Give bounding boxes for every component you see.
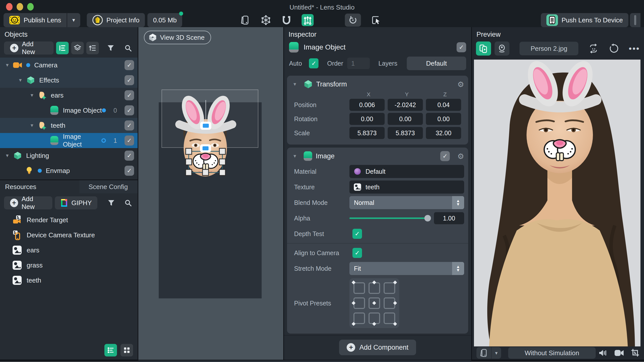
disclosure-triangle-icon[interactable]: ▼ [4, 63, 11, 68]
enabled-checkbox[interactable]: ✓ [125, 60, 134, 70]
depth-test-checkbox[interactable]: ✓ [352, 229, 362, 239]
swap-face-icon[interactable] [588, 43, 598, 54]
resources-list-view-icon[interactable] [104, 344, 117, 356]
publish-options-chevron[interactable]: ▾ [67, 13, 80, 27]
preview-source-button[interactable]: Person 2.jpg [519, 42, 578, 55]
align-to-camera-checkbox[interactable]: ✓ [352, 248, 362, 258]
pivot-middle-left[interactable] [353, 297, 365, 309]
search-icon[interactable] [123, 197, 134, 209]
magnet-snapping-icon[interactable] [281, 15, 292, 26]
pivot-middle-right[interactable] [384, 297, 395, 309]
resource-grass[interactable]: grass [0, 258, 138, 273]
auto-checkbox[interactable]: ✓ [309, 58, 318, 68]
objects-add-new-button[interactable]: + Add New [4, 41, 54, 55]
rotation-z-input[interactable]: 0.00 [426, 113, 461, 125]
material-field[interactable]: Default [349, 165, 464, 178]
preview-render[interactable] [474, 60, 640, 346]
enabled-checkbox[interactable]: ✓ [125, 90, 134, 100]
position-x-input[interactable]: 0.006 [349, 99, 385, 111]
view-3d-scene-button[interactable]: View 3D Scene [144, 31, 211, 44]
layers-default-button[interactable]: Default [407, 57, 466, 70]
disclosure-triangle-icon[interactable]: ▼ [4, 153, 11, 158]
resource-teeth[interactable]: teeth [0, 273, 138, 288]
stretch-mode-dropdown[interactable]: Fit ▲▼ [349, 262, 464, 275]
resource-device-camera-texture[interactable]: Device Camera Texture [0, 228, 138, 243]
tree-row-camera[interactable]: ▼ Camera ✓ [0, 58, 138, 73]
mesh-visualization-icon[interactable] [260, 15, 271, 26]
disclosure-triangle-icon[interactable]: ▼ [17, 78, 24, 83]
tab-scene-config[interactable]: Scene Config [79, 180, 138, 193]
pivot-top-center[interactable] [369, 282, 380, 294]
alpha-value-input[interactable]: 1.00 [434, 212, 464, 224]
enabled-checkbox[interactable]: ✓ [125, 75, 134, 85]
disclosure-triangle-icon[interactable]: ▼ [28, 123, 36, 128]
simulation-mode-dropdown[interactable]: Without Simulation [508, 347, 596, 359]
rotation-y-input[interactable]: 0.00 [388, 113, 423, 125]
enabled-checkbox[interactable]: ✓ [125, 105, 134, 115]
preview-device-selector[interactable]: ▾ [476, 347, 501, 359]
scale-y-input[interactable]: 5.8373 [388, 127, 423, 139]
tree-row-teeth[interactable]: ▼ teeth ✓ [0, 118, 138, 133]
reset-preview-icon[interactable] [609, 43, 619, 54]
resource-ears[interactable]: ears [0, 243, 138, 258]
enabled-checkbox[interactable]: ✓ [125, 135, 134, 146]
search-icon[interactable] [122, 42, 134, 54]
scale-z-input[interactable]: 32.00 [426, 127, 461, 139]
pivot-center[interactable] [369, 297, 380, 309]
blend-mode-dropdown[interactable]: Normal ▲▼ [349, 196, 464, 209]
pivot-top-right[interactable] [384, 282, 395, 294]
snapshot-crop-icon[interactable] [631, 348, 639, 357]
tab-resources[interactable]: Resources [0, 180, 79, 193]
disclosure-triangle-icon[interactable]: ▼ [28, 93, 36, 98]
pivot-bottom-right[interactable] [384, 312, 395, 324]
resource-render-target[interactable]: Render Target [0, 212, 138, 228]
enabled-checkbox[interactable]: ✓ [125, 120, 134, 130]
object-enabled-checkbox[interactable]: ✓ [457, 42, 466, 52]
publish-lens-button[interactable]: Publish Lens [4, 13, 67, 27]
reset-lens-icon[interactable] [345, 14, 361, 27]
device-selector-chevron[interactable]: ▾ [491, 347, 501, 359]
record-video-icon[interactable] [614, 349, 624, 356]
pivot-bottom-left[interactable] [353, 312, 365, 324]
tree-row-ears[interactable]: ▼ ears ✓ [0, 88, 138, 103]
list-view-icon[interactable] [56, 42, 69, 54]
giphy-button[interactable]: GIPHY [55, 196, 97, 209]
scale-x-input[interactable]: 5.8373 [349, 127, 385, 139]
disclosure-triangle-icon[interactable]: ▼ [291, 154, 299, 159]
device-list-partial-button[interactable] [630, 13, 640, 27]
disclosure-triangle-icon[interactable]: ▼ [291, 82, 299, 87]
add-component-button[interactable]: + Add Component [339, 340, 416, 355]
resources-add-new-button[interactable]: + Add New [4, 196, 52, 209]
cursor-select-icon[interactable] [371, 15, 382, 26]
pivot-bottom-center[interactable] [369, 312, 380, 324]
tree-row-envmap[interactable]: Envmap ✓ [0, 163, 138, 178]
filter-icon[interactable] [106, 197, 117, 209]
hierarchy-sort-icon[interactable] [86, 42, 99, 54]
gear-icon[interactable]: ⚙ [457, 152, 464, 161]
project-size-button[interactable]: 0.05 Mb [147, 13, 182, 27]
texture-field[interactable]: teeth [349, 180, 464, 194]
order-input[interactable]: 1 [347, 58, 370, 69]
tree-row-image-object-ears[interactable]: Image Object 0 ✓ [0, 103, 138, 118]
enabled-checkbox[interactable]: ✓ [125, 166, 134, 176]
enabled-checkbox[interactable]: ✓ [125, 151, 134, 161]
device-simulation-icon[interactable] [240, 15, 251, 26]
position-y-input[interactable]: -2.0242 [388, 99, 423, 111]
dropdown-stepper-icon[interactable]: ▲▼ [452, 196, 464, 209]
project-info-button[interactable]: Project Info [87, 13, 145, 27]
push-lens-to-device-button[interactable]: Push Lens To Device [541, 13, 628, 27]
gear-icon[interactable]: ⚙ [457, 80, 464, 89]
media-preview-mode-icon[interactable] [476, 41, 491, 56]
resources-grid-view-icon[interactable] [120, 344, 133, 356]
alpha-slider[interactable] [349, 217, 429, 219]
dropdown-stepper-icon[interactable]: ▲▼ [452, 262, 464, 275]
pivot-top-left[interactable] [353, 282, 365, 294]
webcam-preview-mode-icon[interactable] [495, 41, 510, 56]
layers-view-icon[interactable] [71, 42, 84, 54]
alpha-slider-knob[interactable] [424, 215, 431, 221]
audio-mute-icon[interactable] [598, 349, 607, 357]
tree-row-lighting[interactable]: ▼ Lighting ✓ [0, 148, 138, 163]
scene-viewport[interactable]: View 3D Scene [138, 27, 283, 360]
tree-row-effects[interactable]: ▼ Effects ✓ [0, 73, 138, 88]
rotation-x-input[interactable]: 0.00 [349, 113, 385, 125]
